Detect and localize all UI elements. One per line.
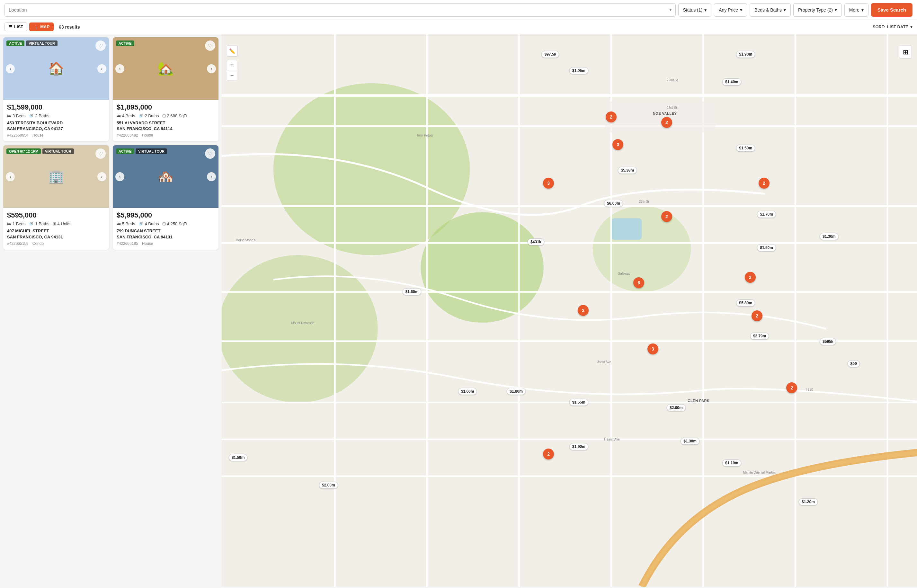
map-price-pin[interactable]: $1.20m <box>799 498 818 506</box>
bed-icon: 🛏 <box>117 221 121 226</box>
map-layers-button[interactable]: ⊞ <box>899 45 912 58</box>
map-price-pin[interactable]: $1.50m <box>757 244 776 251</box>
map-price-pin[interactable]: $1.95m <box>569 67 588 74</box>
zoom-out-button[interactable]: − <box>227 70 237 80</box>
baths-value: 2 Baths <box>145 113 159 118</box>
save-search-button[interactable]: Save Search <box>871 3 912 17</box>
property-type-filter-button[interactable]: Property Type (2) ▾ <box>793 3 842 17</box>
zoom-in-button[interactable]: + <box>227 60 237 70</box>
map-cluster[interactable]: 3 <box>612 139 623 150</box>
map-cluster[interactable]: 6 <box>633 277 644 288</box>
map-price-pin[interactable]: $1.60m <box>403 288 421 295</box>
map-panel[interactable]: NOE VALLEYGLEN PARK22nd St23rd St27th St… <box>222 34 917 587</box>
bath-icon: 🚿 <box>138 113 143 118</box>
card-badges: ACTIVE <box>116 40 134 46</box>
more-filter-button[interactable]: More ▾ <box>844 3 869 17</box>
map-price-pin[interactable]: $1.30m <box>820 233 839 240</box>
filter-bar: ▾ Status (1) ▾ Any Price ▾ Beds & Baths … <box>0 0 917 20</box>
beds-baths-filter-button[interactable]: Beds & Baths ▾ <box>750 3 791 17</box>
map-price-pin[interactable]: $1.50m <box>736 145 755 152</box>
map-cluster[interactable]: 2 <box>661 211 672 222</box>
map-price-pin[interactable]: $1.65m <box>569 399 588 406</box>
badge-active: ACTIVE <box>116 40 134 46</box>
card-badges: ACTIVEVIRTUAL TOUR <box>6 40 58 46</box>
listing-address: 453 TERESITA BOULEVARDSAN FRANCISCO, CA … <box>7 120 105 132</box>
map-cluster[interactable]: 2 <box>786 382 797 393</box>
prev-image-button[interactable]: ‹ <box>6 172 15 181</box>
listing-details: 🛏 4 Beds 🚿 2 Baths ⊞ 2,688 SqFt. <box>117 113 215 118</box>
map-price-pin[interactable]: $2.00m <box>667 404 686 411</box>
map-price-pin[interactable]: $431k <box>528 238 544 246</box>
map-cluster[interactable]: 3 <box>647 344 658 354</box>
map-label: MAP <box>40 24 50 29</box>
next-image-button[interactable]: › <box>207 64 216 73</box>
status-filter-button[interactable]: Status (1) ▾ <box>678 3 712 17</box>
map-cluster[interactable]: 2 <box>543 449 554 459</box>
map-cluster[interactable]: 2 <box>661 117 672 128</box>
map-price-pin[interactable]: $99 <box>848 360 860 367</box>
map-price-pin[interactable]: $97.5k <box>541 51 559 58</box>
next-image-button[interactable]: › <box>207 172 216 181</box>
map-price-pin[interactable]: $1.90m <box>569 443 588 450</box>
listing-card[interactable]: 🏘️ ACTIVEVIRTUAL TOUR ♡ ‹ › $5,995,000 🛏… <box>113 145 218 249</box>
badge-virtual-tour: VIRTUAL TOUR <box>136 149 167 154</box>
map-cluster[interactable]: 2 <box>745 272 756 283</box>
map-cluster[interactable]: 2 <box>605 111 617 123</box>
map-price-pin[interactable]: $595k <box>820 338 836 345</box>
prev-image-button[interactable]: ‹ <box>115 64 124 73</box>
next-image-button[interactable]: › <box>97 172 107 181</box>
card-image-placeholder: 🏘️ <box>113 145 218 208</box>
map-price-pin[interactable]: $1.30m <box>681 438 699 445</box>
map-price-pin[interactable]: $5.38m <box>618 167 637 174</box>
map-price-pin[interactable]: $1.80m <box>507 388 526 395</box>
map-price-pin[interactable]: $1.40m <box>722 78 741 86</box>
listing-card[interactable]: 🏢 OPEN 6/7 12-1PMVIRTUAL TOUR ♡ ‹ › $595… <box>3 145 109 249</box>
map-price-pin[interactable]: $2.00m <box>319 481 338 489</box>
listing-type: House <box>32 133 44 137</box>
sub-bar: ☰ LIST 📍 MAP 63 results SORT: LIST DATE … <box>0 20 917 34</box>
listing-card[interactable]: 🏡 ACTIVE ♡ ‹ › $1,895,000 🛏 4 Beds 🚿 2 B… <box>113 37 218 141</box>
next-image-button[interactable]: › <box>97 64 107 73</box>
map-price-pin[interactable]: $1.59m <box>229 454 248 461</box>
map-price-pin[interactable]: $1.60m <box>458 388 477 395</box>
map-cluster[interactable]: 2 <box>578 305 589 316</box>
map-view-button[interactable]: 📍 MAP <box>29 23 54 31</box>
card-info: $5,995,000 🛏 5 Beds 🚿 4 Baths ⊞ 4,250 Sq… <box>113 208 218 249</box>
map-price-pin[interactable]: $1.10m <box>722 459 741 467</box>
listing-card[interactable]: 🏠 ACTIVEVIRTUAL TOUR ♡ ‹ › $1,599,000 🛏 … <box>3 37 109 141</box>
list-view-button[interactable]: ☰ LIST <box>5 23 27 31</box>
map-cluster[interactable]: 2 <box>752 310 762 321</box>
location-input-wrap[interactable]: ▾ <box>5 3 676 17</box>
bath-icon: 🚿 <box>138 221 143 226</box>
price-filter-button[interactable]: Any Price ▾ <box>714 3 747 17</box>
baths-detail: 🚿 2 Baths <box>138 113 159 118</box>
favorite-button[interactable]: ♡ <box>205 40 215 51</box>
draw-tool-button[interactable]: ✏️ <box>227 45 238 57</box>
sqft-detail: ⊞ 4,250 SqFt. <box>162 221 189 226</box>
listing-type: House <box>142 241 153 246</box>
badge-active: ACTIVE <box>116 149 134 154</box>
location-input[interactable] <box>9 7 668 13</box>
listings-panel: 🏠 ACTIVEVIRTUAL TOUR ♡ ‹ › $1,599,000 🛏 … <box>0 34 222 587</box>
favorite-button[interactable]: ♡ <box>95 40 106 51</box>
beds-value: 4 Beds <box>122 113 135 118</box>
sort-selector[interactable]: SORT: LIST DATE ▾ <box>873 24 912 29</box>
map-cluster[interactable]: 3 <box>543 178 554 189</box>
badge-virtual-tour: VIRTUAL TOUR <box>26 40 58 46</box>
baths-detail: 🚿 1 Baths <box>29 221 49 226</box>
map-price-pin[interactable]: $1.90m <box>736 51 755 58</box>
map-price-pin[interactable]: $5.80m <box>736 299 755 307</box>
map-price-pin[interactable]: $1.70m <box>757 211 776 218</box>
prev-image-button[interactable]: ‹ <box>6 64 15 73</box>
property-type-filter-label: Property Type (2) <box>798 7 833 13</box>
svg-rect-22 <box>605 102 715 132</box>
list-label: LIST <box>14 24 23 29</box>
listing-price: $595,000 <box>7 211 105 220</box>
map-price-pin[interactable]: $2.79m <box>750 333 769 339</box>
map-cluster[interactable]: 2 <box>759 178 770 189</box>
beds-value: 5 Beds <box>122 221 135 226</box>
beds-detail: 🛏 4 Beds <box>117 113 135 118</box>
prev-image-button[interactable]: ‹ <box>115 172 124 181</box>
listing-address: 407 MIGUEL STREETSAN FRANCISCO, CA 94131 <box>7 228 105 240</box>
map-price-pin[interactable]: $6.00m <box>604 200 623 207</box>
